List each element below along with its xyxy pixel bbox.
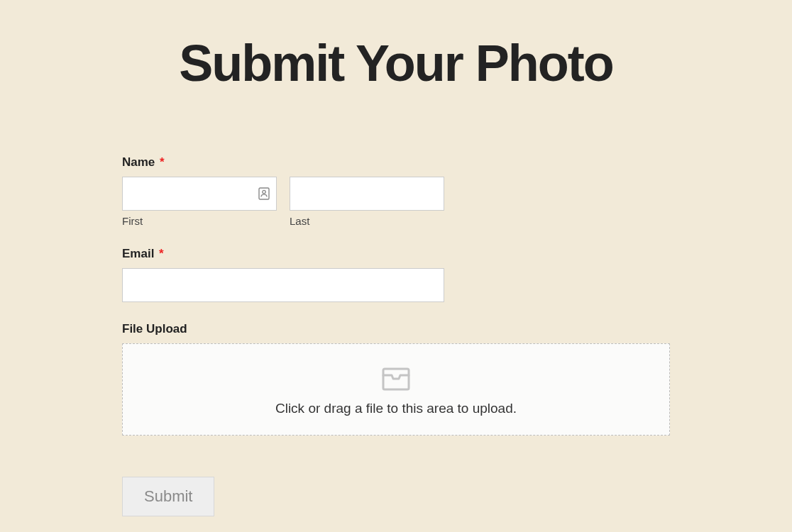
name-label-text: Name <box>122 155 155 169</box>
first-name-col: First <box>122 177 277 227</box>
email-input[interactable] <box>122 268 444 302</box>
name-group: Name * First Las <box>122 155 670 227</box>
email-label-text: Email <box>122 247 154 260</box>
page-title: Submit Your Photo <box>122 35 670 92</box>
submit-button[interactable]: Submit <box>122 477 214 516</box>
form-container: Submit Your Photo Name * First <box>0 0 792 516</box>
email-group: Email * <box>122 247 670 302</box>
name-row: First Last <box>122 177 670 227</box>
email-label: Email * <box>122 247 670 261</box>
name-required-mark: * <box>160 155 165 169</box>
name-label: Name * <box>122 155 670 170</box>
last-name-sublabel: Last <box>290 215 444 227</box>
last-name-input[interactable] <box>290 177 444 211</box>
file-upload-group: File Upload Click or drag a file to this… <box>122 322 670 436</box>
dropzone-text: Click or drag a file to this area to upl… <box>130 401 662 416</box>
first-name-sublabel: First <box>122 215 277 227</box>
file-dropzone[interactable]: Click or drag a file to this area to upl… <box>122 343 670 436</box>
first-name-input[interactable] <box>122 177 277 211</box>
first-name-wrap <box>122 177 277 211</box>
file-upload-label: File Upload <box>122 322 670 336</box>
email-required-mark: * <box>159 247 164 260</box>
upload-box-icon <box>130 364 662 391</box>
last-name-col: Last <box>290 177 444 227</box>
